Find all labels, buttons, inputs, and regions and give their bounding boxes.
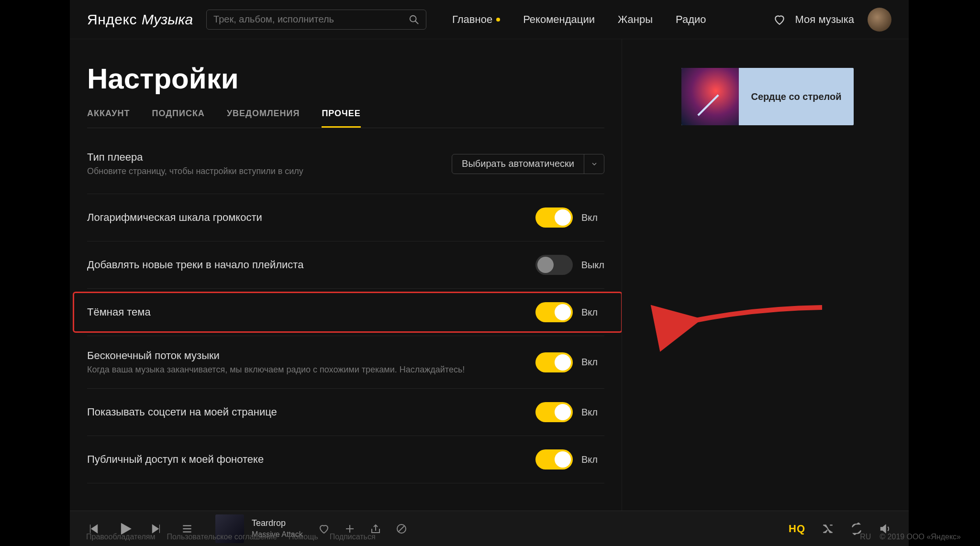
setting-infinite-music: Бесконечный поток музыки Когда ваша музы… (87, 336, 604, 389)
chevron-down-icon (584, 154, 604, 174)
footer-subscribe[interactable]: Подписаться (330, 533, 376, 541)
nav-main-dot-icon (496, 18, 500, 22)
setting-dark-theme-title: Тёмная тема (87, 306, 151, 318)
promo-text: Сердце со стрелой (739, 91, 854, 102)
tab-notifications[interactable]: УВЕДОМЛЕНИЯ (227, 109, 300, 128)
tab-subscription[interactable]: ПОДПИСКА (152, 109, 204, 128)
footer-help[interactable]: Помощь (289, 533, 318, 541)
setting-public-title: Публичный доступ к моей фонотеке (87, 453, 264, 466)
logo-music-text: Музыка (142, 11, 193, 28)
my-music-link[interactable]: Моя музыка (795, 13, 854, 26)
setting-log-scale-title: Логарифмическая шкала громкости (87, 211, 262, 224)
svg-line-1 (415, 21, 418, 23)
dark-theme-state: Вкл (581, 307, 604, 318)
dark-theme-toggle[interactable] (535, 302, 573, 322)
nav-main-label: Главное (452, 13, 492, 26)
setting-player-type-sub: Обновите страницу, чтобы настройки вступ… (87, 166, 303, 176)
heart-icon[interactable] (773, 13, 786, 26)
infinite-state: Вкл (581, 357, 604, 368)
page-title: Настройки (87, 62, 604, 95)
nav-radio[interactable]: Радио (676, 13, 706, 26)
nav-recommendations[interactable]: Рекомендации (523, 13, 595, 26)
public-state: Вкл (581, 454, 604, 465)
infinite-toggle[interactable] (535, 352, 573, 372)
setting-prepend-title: Добавлять новые треки в начало плейлиста (87, 259, 303, 271)
footer-links: Правообладателям Пользовательское соглаш… (86, 533, 376, 541)
tab-account[interactable]: АККАУНТ (87, 109, 130, 128)
main-nav: Главное Рекомендации Жанры Радио (452, 13, 706, 26)
prepend-state: Выкл (581, 260, 604, 271)
block-icon[interactable] (396, 523, 407, 535)
svg-line-8 (399, 526, 404, 532)
setting-player-type-title: Тип плеера (87, 151, 303, 164)
log-scale-state: Вкл (581, 212, 604, 223)
player-type-select[interactable]: Выбирать автоматически (452, 154, 604, 174)
log-scale-toggle[interactable] (535, 207, 573, 228)
footer-lang[interactable]: RU (860, 533, 871, 541)
setting-player-type: Тип плеера Обновите страницу, чтобы наст… (87, 147, 604, 194)
footer-right: RU © 2019 ООО «Яндекс» (860, 533, 961, 541)
nav-genres[interactable]: Жанры (618, 13, 653, 26)
search-box[interactable] (206, 10, 426, 30)
tab-other[interactable]: ПРОЧЕЕ (322, 109, 360, 128)
app-window: Яндекс Музыка Главное Рекомендации Жанры… (70, 0, 909, 546)
setting-dark-theme: Тёмная тема Вкл (87, 289, 604, 336)
settings-list: Тип плеера Обновите страницу, чтобы наст… (87, 147, 604, 483)
setting-infinite-title: Бесконечный поток музыки (87, 349, 465, 362)
search-icon[interactable] (409, 14, 419, 25)
nav-main[interactable]: Главное (452, 13, 500, 26)
right-column: Сердце со стрелой (622, 39, 909, 511)
player-type-select-value: Выбирать автоматически (452, 158, 584, 169)
footer-agreement[interactable]: Пользовательское соглашение (167, 533, 277, 541)
search-input[interactable] (213, 14, 409, 25)
footer-rights[interactable]: Правообладателям (86, 533, 156, 541)
promo-card[interactable]: Сердце со стрелой (681, 68, 854, 125)
header: Яндекс Музыка Главное Рекомендации Жанры… (70, 0, 909, 39)
svg-point-0 (410, 15, 416, 22)
setting-social-title: Показывать соцсети на моей странице (87, 406, 277, 418)
public-toggle[interactable] (535, 449, 573, 470)
main-area: Настройки АККАУНТ ПОДПИСКА УВЕДОМЛЕНИЯ П… (70, 39, 909, 511)
prepend-toggle[interactable] (535, 255, 573, 275)
setting-show-social: Показывать соцсети на моей странице Вкл (87, 389, 604, 436)
setting-public-library: Публичный доступ к моей фонотеке Вкл (87, 436, 604, 483)
logo[interactable]: Яндекс Музыка (87, 11, 193, 28)
setting-prepend-tracks: Добавлять новые треки в начало плейлиста… (87, 241, 604, 289)
settings-tabs: АККАУНТ ПОДПИСКА УВЕДОМЛЕНИЯ ПРОЧЕЕ (87, 109, 604, 128)
promo-image (681, 68, 739, 125)
footer-copyright: © 2019 ООО «Яндекс» (880, 533, 961, 541)
social-toggle[interactable] (535, 402, 573, 422)
logo-yandex-text: Яндекс (87, 11, 137, 28)
social-state: Вкл (581, 407, 604, 418)
avatar[interactable] (868, 8, 891, 32)
header-right: Моя музыка (773, 8, 891, 32)
setting-infinite-sub: Когда ваша музыка заканчивается, мы вклю… (87, 365, 465, 375)
hq-badge[interactable]: HQ (789, 523, 805, 535)
setting-log-scale: Логарифмическая шкала громкости Вкл (87, 194, 604, 241)
shuffle-icon[interactable] (822, 523, 834, 535)
settings-column: Настройки АККАУНТ ПОДПИСКА УВЕДОМЛЕНИЯ П… (70, 39, 622, 511)
track-title[interactable]: Teardrop (252, 518, 303, 528)
